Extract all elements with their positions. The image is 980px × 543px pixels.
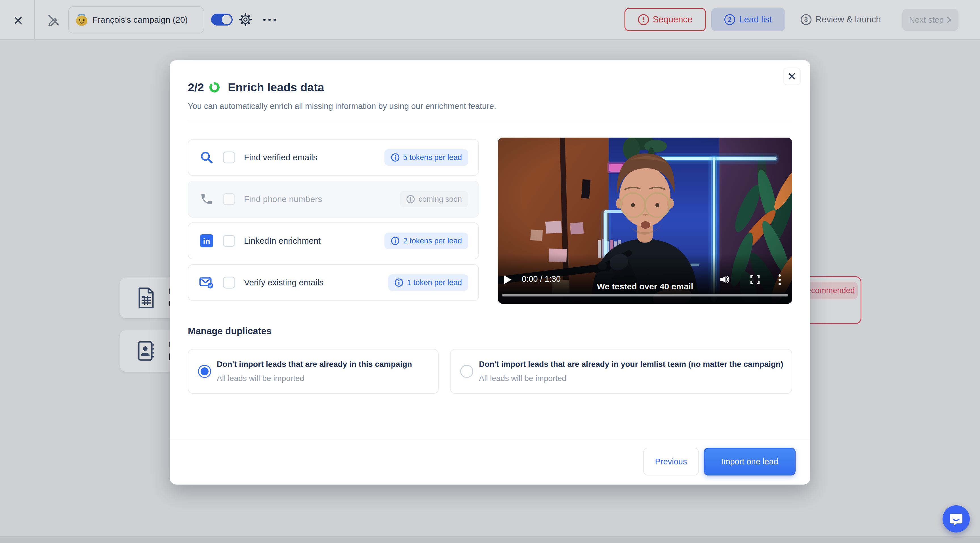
chat-widget-button[interactable] xyxy=(943,505,970,532)
duplicate-option-campaign[interactable]: Don't import leads that are already in t… xyxy=(188,349,439,394)
linkedin-icon: in xyxy=(199,234,214,248)
footer-divider xyxy=(170,439,810,439)
checkbox-linkedin-enrichment[interactable] xyxy=(223,235,235,247)
option-find-phone-numbers: Find phone numbers coming soon xyxy=(188,181,479,218)
video-caption: We tested over 40 email xyxy=(498,282,792,291)
phone-icon xyxy=(199,192,214,207)
duplicate-option-subtitle: All leads will be imported xyxy=(479,374,566,383)
manage-duplicates-heading: Manage duplicates xyxy=(188,326,272,336)
option-label: Find phone numbers xyxy=(244,194,322,204)
duplicate-option-subtitle: All leads will be imported xyxy=(217,374,304,383)
mail-check-icon xyxy=(199,275,214,290)
step-indicator: 2/2 xyxy=(188,81,204,94)
token-cost-badge[interactable]: 2 tokens per lead xyxy=(385,232,468,249)
option-label: Verify existing emails xyxy=(244,278,323,287)
checkbox-verify-existing-emails[interactable] xyxy=(223,277,235,288)
video-progress-bar[interactable] xyxy=(502,294,788,296)
radio-dont-import-team[interactable] xyxy=(460,365,473,378)
option-find-verified-emails[interactable]: Find verified emails 5 tokens per lead xyxy=(188,139,479,176)
option-label: Find verified emails xyxy=(244,153,317,162)
svg-text:in: in xyxy=(203,237,210,246)
page-title: Enrich leads data xyxy=(228,81,324,94)
info-icon xyxy=(406,194,415,204)
duplicate-option-title: Don't import leads that are already in t… xyxy=(217,360,412,369)
previous-button[interactable]: Previous xyxy=(643,447,699,476)
modal-header: 2/2 Enrich leads data xyxy=(188,80,324,95)
option-linkedin-enrichment[interactable]: in LinkedIn enrichment 2 tokens per lead xyxy=(188,223,479,259)
checkbox-find-verified-emails[interactable] xyxy=(223,151,235,163)
info-icon xyxy=(395,278,404,287)
duplicate-option-title: Don't import leads that are already in y… xyxy=(479,360,783,369)
video-preview[interactable]: 0:00 / 1:30 We tested over 40 email xyxy=(498,138,792,304)
modal-subtitle: You can automatically enrich all missing… xyxy=(188,102,496,111)
modal-close-button[interactable] xyxy=(783,67,801,85)
info-icon xyxy=(391,236,400,245)
radio-dont-import-campaign[interactable] xyxy=(198,365,211,378)
progress-ring-icon xyxy=(208,81,220,93)
token-cost-badge[interactable]: 1 token per lead xyxy=(388,274,468,291)
checkbox-find-phone-numbers xyxy=(223,193,235,205)
option-verify-existing-emails[interactable]: Verify existing emails 1 token per lead xyxy=(188,264,479,301)
duplicate-option-team[interactable]: Don't import leads that are already in y… xyxy=(450,349,792,394)
chat-bubble-icon xyxy=(949,511,964,526)
search-icon xyxy=(199,150,214,165)
info-icon xyxy=(391,153,400,162)
close-icon xyxy=(788,72,796,80)
enrich-leads-modal: 2/2 Enrich leads data You can automatica… xyxy=(170,60,810,484)
option-label: LinkedIn enrichment xyxy=(244,236,321,246)
import-one-lead-button[interactable]: Import one lead xyxy=(704,447,795,476)
coming-soon-badge: coming soon xyxy=(400,191,468,207)
token-cost-badge[interactable]: 5 tokens per lead xyxy=(385,149,468,166)
